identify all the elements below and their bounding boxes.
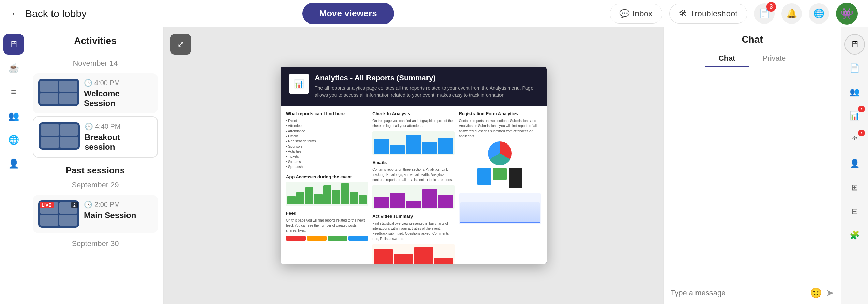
emoji-button[interactable]: 🙂 xyxy=(810,287,822,299)
emails-chart xyxy=(372,185,454,209)
activities-panel: Activities November 14 🕓 4:00 PM xyxy=(27,27,164,304)
session-title-welcome: Welcome Session xyxy=(84,89,152,108)
left-icon-people[interactable]: 👤 xyxy=(3,153,24,174)
slide-col-3: Registration Form Analytics Contains rep… xyxy=(459,111,541,264)
chat-panel: Chat Chat Private 🙂 ➤ xyxy=(663,27,841,304)
past-sessions-header: Past sessions xyxy=(27,161,163,177)
left-icon-list[interactable]: ≡ xyxy=(3,82,24,102)
content-area: ⤢ 📊 Analytics - All Reports (Summary) Th… xyxy=(164,27,663,304)
clock-icon-2: 🕓 xyxy=(85,122,93,131)
slide-section-activities: Activities summary Find statistical over… xyxy=(372,214,454,264)
session-card-breakout[interactable]: 🕓 4:40 PM Breakout session xyxy=(33,116,158,158)
session-title-main: Main Session xyxy=(84,211,152,220)
inbox-label: Inbox xyxy=(632,9,653,18)
slide-subtitle: The all reports analytics page collates … xyxy=(315,85,538,99)
clock-icon-3: 🕓 xyxy=(84,200,92,209)
col3-chart xyxy=(459,193,541,224)
right-icon-users[interactable]: 👥 xyxy=(844,82,865,102)
right-avatar[interactable]: 🖥 xyxy=(844,34,865,55)
activities-list: November 14 🕓 4:00 PM Welco xyxy=(27,52,163,304)
session-card-welcome[interactable]: 🕓 4:00 PM Welcome Session xyxy=(33,73,158,113)
left-icon-coffee[interactable]: ☕ xyxy=(3,58,24,78)
slide-section-app: App Accesses during the event xyxy=(286,174,368,206)
left-icon-globe[interactable]: 🌐 xyxy=(3,130,24,150)
user-avatar[interactable]: 👾 xyxy=(836,3,858,25)
back-arrow-icon: ← xyxy=(10,7,21,20)
right-icon-layers[interactable]: ⊞ xyxy=(844,177,865,198)
session-info-main: 🕓 2:00 PM Main Session xyxy=(84,200,152,220)
left-icon-group[interactable]: 👥 xyxy=(3,106,24,126)
session-time-breakout: 🕓 4:40 PM xyxy=(85,122,152,131)
clock-icon: 🕓 xyxy=(84,79,92,87)
bell-icon: 🔔 xyxy=(786,8,797,19)
troubleshoot-button[interactable]: 🛠 Troubleshoot xyxy=(669,4,747,24)
session-card-main[interactable]: LIVE 2 🕓 2:00 PM Main Session xyxy=(33,195,158,233)
activities-chart xyxy=(372,244,454,264)
inbox-icon: 💬 xyxy=(619,9,630,18)
chart-badge: ! xyxy=(858,106,865,112)
session-thumb-breakout xyxy=(39,122,80,150)
globe-icon: 🌐 xyxy=(813,8,824,19)
left-sidebar: 🖥 ☕ ≡ 👥 🌐 👤 xyxy=(0,27,27,304)
expand-button[interactable]: ⤢ xyxy=(170,34,191,55)
slide-section-checkin: Check In Analysis On this page you can f… xyxy=(372,111,454,155)
right-icon-puzzle[interactable]: 🧩 xyxy=(844,225,865,245)
checkin-chart xyxy=(372,131,454,155)
session-time-welcome: 🕓 4:00 PM xyxy=(84,79,152,87)
session-info-welcome: 🕓 4:00 PM Welcome Session xyxy=(84,79,152,108)
right-icon-grid[interactable]: ⊟ xyxy=(844,201,865,222)
right-icon-group[interactable]: 👤 xyxy=(844,153,865,174)
regform-donut xyxy=(488,141,512,165)
slide-logo-icon: 📊 xyxy=(294,79,304,89)
session-thumb-welcome xyxy=(38,79,79,106)
avatar-icon: 👾 xyxy=(840,7,854,20)
slide-section-reports: What reports can I find here • Event • A… xyxy=(286,111,368,169)
globe-button[interactable]: 🌐 xyxy=(809,3,829,24)
inbox-button[interactable]: 💬 Inbox xyxy=(610,4,662,24)
right-icon-clock[interactable]: ⏱ ! xyxy=(844,130,865,150)
slide-body: What reports can I find here • Event • A… xyxy=(281,106,547,264)
session-info-breakout: 🕓 4:40 PM Breakout session xyxy=(85,122,152,152)
bell-button[interactable]: 🔔 xyxy=(781,3,802,24)
notifications-badge: 3 xyxy=(766,2,776,12)
chat-input-area: 🙂 ➤ xyxy=(664,282,841,304)
left-icon-monitor[interactable]: 🖥 xyxy=(3,34,24,55)
right-avatar-icon: 🖥 xyxy=(850,39,859,50)
clock-badge: ! xyxy=(858,130,865,136)
tab-private[interactable]: Private xyxy=(749,50,799,67)
troubleshoot-icon: 🛠 xyxy=(679,9,687,18)
session-time-main: 🕓 2:00 PM xyxy=(84,200,152,209)
right-sidebar: 🖥 📄 👥 📊 ! ⏱ ! 👤 ⊞ ⊟ 🧩 xyxy=(841,27,868,304)
november-date-label: November 14 xyxy=(27,56,163,71)
slide-col-2: Check In Analysis On this page you can f… xyxy=(372,111,454,264)
move-viewers-button[interactable]: Move viewers xyxy=(302,3,394,24)
slide-title-block: Analytics - All Reports (Summary) The al… xyxy=(315,74,538,99)
topbar-right: 💬 Inbox 🛠 Troubleshoot 📄 3 🔔 🌐 👾 xyxy=(610,3,858,25)
tab-chat[interactable]: Chat xyxy=(705,50,749,67)
slide-section-chart2 xyxy=(459,193,541,224)
notifications-button[interactable]: 📄 3 xyxy=(754,3,775,24)
slide-col-1: What reports can I find here • Event • A… xyxy=(286,111,368,264)
app-chart xyxy=(286,182,368,206)
chat-input[interactable] xyxy=(671,289,806,298)
send-button[interactable]: ➤ xyxy=(826,287,834,299)
chat-title: Chat xyxy=(672,34,833,50)
session-thumb-main: LIVE 2 xyxy=(38,200,79,228)
live-badge: LIVE xyxy=(40,202,54,208)
slide-logo: 📊 xyxy=(289,74,309,94)
right-icon-chart[interactable]: 📊 ! xyxy=(844,106,865,126)
slide-section-emails: Emails Contains reports on three section… xyxy=(372,160,454,209)
slide-container: 📊 Analytics - All Reports (Summary) The … xyxy=(281,67,547,264)
slide-header: 📊 Analytics - All Reports (Summary) The … xyxy=(281,67,547,106)
live-count-badge: 2 xyxy=(71,202,78,208)
session-title-breakout: Breakout session xyxy=(85,133,152,152)
slide-section-regform: Registration Form Analytics Contains rep… xyxy=(459,111,541,188)
topbar: ← Back to lobby Move viewers 💬 Inbox 🛠 T… xyxy=(0,0,868,27)
main-layout: 🖥 ☕ ≡ 👥 🌐 👤 Activities November 14 xyxy=(0,27,868,304)
chat-body xyxy=(664,67,841,282)
right-icon-document[interactable]: 📄 xyxy=(844,58,865,78)
sep30-date-label: September 30 xyxy=(27,236,163,251)
troubleshoot-label: Troubleshoot xyxy=(690,9,737,18)
back-to-lobby-button[interactable]: ← Back to lobby xyxy=(10,7,87,20)
slide-section-feed: Feed On this page you will find reports … xyxy=(286,211,368,241)
